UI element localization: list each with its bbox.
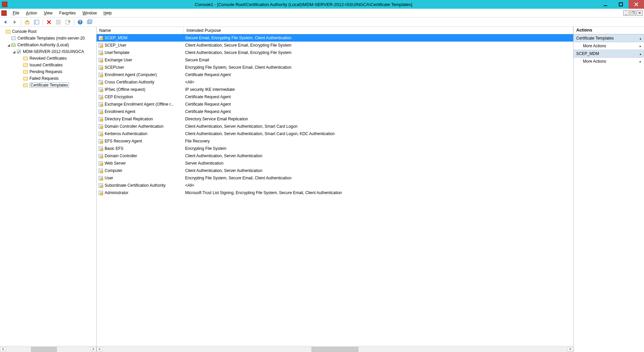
list-row[interactable]: Directory Email ReplicationDirectory Ser…	[97, 115, 573, 123]
list-row[interactable]: EFS Recovery AgentFile Recovery	[97, 137, 573, 145]
forward-button[interactable]	[11, 18, 19, 26]
export-button[interactable]	[64, 18, 72, 26]
list-row[interactable]: SCEP_UserClient Authentication, Secure E…	[97, 42, 573, 49]
list-row[interactable]: Basic EFSEncrypting File System	[97, 145, 573, 152]
tree-node-failed[interactable]: Failed Requests	[0, 75, 96, 82]
cell-name: Domain Controller	[97, 153, 184, 159]
toolbar-separator	[21, 19, 21, 25]
cell-purpose: Certificate Request Agent	[184, 95, 573, 99]
back-button[interactable]	[1, 18, 9, 26]
list-row[interactable]: AdministratorMicrosoft Trust List Signin…	[97, 189, 573, 196]
cell-name: Cross Certification Authority	[97, 79, 184, 85]
list-horizontal-scrollbar[interactable]: < >	[97, 346, 573, 352]
actions-header: Actions	[574, 27, 644, 34]
list-row[interactable]: Cross Certification Authority<All>	[97, 78, 573, 86]
help-button[interactable]: ?	[76, 18, 84, 26]
list-row[interactable]: Exchange Enrollment Agent (Offline r...C…	[97, 101, 573, 108]
list-row[interactable]: Domain ControllerClient Authentication, …	[97, 152, 573, 160]
scroll-right-button[interactable]: >	[90, 347, 96, 351]
cert-template-icon	[98, 190, 103, 195]
list-row[interactable]: Exchange UserSecure Email	[97, 56, 573, 64]
cell-purpose: Server Authentication	[184, 161, 573, 166]
maximize-button[interactable]	[613, 0, 629, 9]
svg-rect-1	[619, 3, 623, 6]
tree-node-cert-templates-snapin[interactable]: Certificate Templates (mdm-server-20	[0, 35, 96, 42]
mdi-restore-button[interactable]: ❐	[630, 10, 636, 16]
list-row[interactable]: UserTemplateClient Authentication, Secur…	[97, 49, 573, 56]
cell-purpose: IP security IKE intermediate	[184, 87, 573, 92]
mdi-minimize-button[interactable]: _	[623, 10, 629, 16]
menu-help[interactable]: Help	[100, 10, 115, 16]
list-row[interactable]: IPSec (Offline request)IP security IKE i…	[97, 86, 573, 93]
list-row[interactable]: Kerberos AuthenticationClient Authentica…	[97, 130, 573, 137]
tree-node-console-root[interactable]: Console Root	[0, 28, 96, 35]
collapse-icon: ▴	[640, 37, 641, 40]
collapse-icon[interactable]: ◢	[12, 50, 16, 54]
cert-template-icon	[98, 109, 103, 114]
actions-pane: Actions Certificate Templates ▴ More Act…	[574, 27, 644, 352]
tree-node-pending[interactable]: Pending Requests	[0, 68, 96, 75]
scroll-right-button[interactable]: >	[567, 347, 573, 351]
cell-name: Exchange User	[97, 57, 184, 63]
menu-favorites[interactable]: Favorites	[56, 10, 79, 16]
tree-node-certificate-templates[interactable]: Certificate Templates	[0, 82, 96, 89]
list-row[interactable]: Enrollment AgentCertificate Request Agen…	[97, 108, 573, 115]
minimize-button[interactable]	[598, 0, 613, 9]
menu-action[interactable]: Action	[22, 10, 40, 16]
cell-name: Computer	[97, 168, 184, 173]
actions-section-templates[interactable]: Certificate Templates ▴	[574, 34, 644, 42]
tree-node-server[interactable]: ◢ MDM-SERVER-2012-ISSUINGCA	[0, 48, 96, 55]
list-row[interactable]: Enrollment Agent (Computer)Certificate R…	[97, 71, 573, 78]
menu-window[interactable]: Window	[79, 10, 100, 16]
list-row[interactable]: SCEPUserEncrypting File System, Secure E…	[97, 64, 573, 71]
folder-icon	[23, 76, 28, 81]
menu-view[interactable]: View	[41, 10, 56, 16]
list-row[interactable]: UserEncrypting File System, Secure Email…	[97, 174, 573, 182]
cert-template-icon	[98, 35, 103, 41]
mdi-close-button[interactable]: ✕	[637, 10, 643, 16]
cell-name: SCEPUser	[97, 65, 184, 70]
collapse-icon[interactable]: ◢	[7, 43, 11, 47]
cert-template-icon	[98, 72, 103, 77]
up-button[interactable]	[23, 18, 31, 26]
cert-template-icon	[98, 102, 103, 107]
menu-bar: File Action View Favorites Window Help _…	[0, 9, 644, 17]
svg-rect-17	[88, 20, 92, 23]
submenu-icon: ▸	[640, 44, 641, 48]
svg-rect-13	[66, 20, 69, 24]
new-window-button[interactable]	[86, 18, 94, 26]
list-row[interactable]: CEP EncryptionCertificate Request Agent	[97, 93, 573, 101]
scroll-left-button[interactable]: <	[0, 347, 6, 351]
list-row[interactable]: SCEP_MDMSecure Email, Encrypting File Sy…	[97, 34, 573, 42]
cell-purpose: Encrypting File System, Secure Email, Cl…	[184, 65, 573, 70]
cell-purpose: <All>	[184, 80, 573, 84]
column-header-name[interactable]: Name	[97, 27, 184, 34]
svg-rect-4	[25, 21, 29, 24]
tree-node-revoked[interactable]: Revoked Certificates	[0, 55, 96, 62]
scroll-left-button[interactable]: <	[97, 347, 103, 351]
close-button[interactable]	[629, 0, 644, 9]
show-hide-tree-button[interactable]	[33, 18, 41, 26]
list-row[interactable]: Domain Controller AuthenticationClient A…	[97, 123, 573, 130]
cell-name: Basic EFS	[97, 146, 184, 151]
action-more-templates[interactable]: More Actions ▸	[574, 42, 644, 50]
list-row[interactable]: Web ServerServer Authentication	[97, 160, 573, 167]
cell-purpose: Encrypting File System	[184, 146, 573, 151]
cell-name: SCEP_User	[97, 43, 184, 48]
properties-button[interactable]	[54, 18, 62, 26]
action-more-selected[interactable]: More Actions ▸	[574, 58, 644, 65]
tree-node-ca-local[interactable]: ◢ Certification Authority (Local)	[0, 42, 96, 48]
delete-button[interactable]	[45, 18, 53, 26]
tree-node-issued[interactable]: Issued Certificates	[0, 62, 96, 68]
tree-horizontal-scrollbar[interactable]: < >	[0, 346, 96, 352]
list-row[interactable]: Subordinate Certification Authority<All>	[97, 182, 573, 189]
cell-name: Exchange Enrollment Agent (Offline r...	[97, 102, 184, 107]
list-row[interactable]: ComputerClient Authentication, Server Au…	[97, 167, 573, 174]
actions-section-selected[interactable]: SCEP_MDM ▴	[574, 50, 644, 58]
cert-template-icon	[98, 94, 103, 100]
menu-file[interactable]: File	[9, 10, 22, 16]
cell-purpose: Client Authentication, Server Authentica…	[184, 154, 573, 158]
cert-template-icon	[98, 124, 103, 129]
toolbar-separator	[43, 19, 43, 25]
column-header-purpose[interactable]: Intended Purpose	[184, 27, 573, 34]
